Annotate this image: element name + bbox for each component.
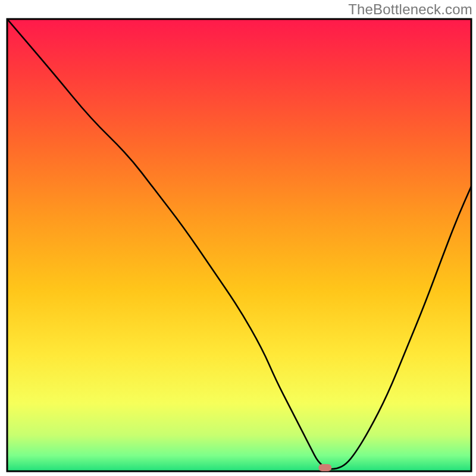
watermark-text: TheBottleneck.com [348, 1, 472, 18]
chart-stage: TheBottleneck.com [0, 0, 476, 476]
chart-svg [0, 0, 476, 476]
plot-background [7, 19, 471, 471]
minimum-marker [318, 464, 331, 471]
